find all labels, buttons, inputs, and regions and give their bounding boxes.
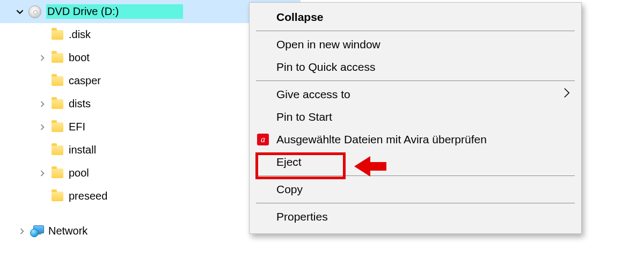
disc-icon <box>28 5 42 19</box>
folder-icon <box>50 28 64 42</box>
menu-item-label: Collapse <box>276 11 570 24</box>
avira-icon: a <box>250 134 276 145</box>
folder-icon <box>50 143 64 157</box>
menu-item-pin-to-start[interactable]: Pin to Start <box>250 106 581 128</box>
tree-item-label: EFI <box>69 121 91 133</box>
tree-item-label: preseed <box>69 190 113 202</box>
folder-icon <box>50 51 64 65</box>
folder-icon <box>50 97 64 111</box>
menu-item-label: Pin to Start <box>276 111 570 123</box>
tree-item-label: casper <box>69 75 106 87</box>
menu-item-copy[interactable]: Copy <box>250 178 581 201</box>
chevron-right-icon <box>563 87 570 102</box>
menu-separator <box>256 31 575 31</box>
menu-item-label: Eject <box>276 156 570 169</box>
menu-separator <box>256 80 575 81</box>
menu-separator <box>256 175 575 176</box>
chevron-right-icon[interactable] <box>38 99 47 109</box>
tree-item-label: install <box>69 144 101 156</box>
menu-item-eject[interactable]: Eject <box>250 151 581 173</box>
menu-item-avira-scan[interactable]: a Ausgewählte Dateien mit Avira überprüf… <box>250 128 581 151</box>
menu-item-properties[interactable]: Properties <box>250 206 581 228</box>
menu-item-collapse[interactable]: Collapse <box>250 6 581 28</box>
tree-item-label: .disk <box>69 28 96 41</box>
menu-separator <box>256 203 575 203</box>
folder-icon <box>50 120 64 134</box>
menu-item-label: Properties <box>276 210 570 223</box>
tree-item-label: boot <box>69 52 95 64</box>
menu-item-open-new-window[interactable]: Open in new window <box>250 33 581 56</box>
chevron-right-icon[interactable] <box>38 122 47 132</box>
menu-item-label: Copy <box>276 183 570 196</box>
network-icon <box>30 224 44 238</box>
folder-icon <box>50 189 64 203</box>
menu-item-label: Pin to Quick access <box>276 61 570 74</box>
menu-item-pin-quick-access[interactable]: Pin to Quick access <box>250 56 581 78</box>
context-menu: Collapse Open in new window Pin to Quick… <box>249 2 582 234</box>
tree-item-label: DVD Drive (D:) <box>46 4 183 19</box>
tree-item-label: pool <box>69 167 94 179</box>
menu-item-give-access-to[interactable]: Give access to <box>250 83 581 106</box>
folder-icon <box>50 166 64 180</box>
chevron-right-icon[interactable] <box>38 169 47 178</box>
tree-item-label: Network <box>48 225 93 237</box>
menu-item-label: Open in new window <box>276 38 570 51</box>
folder-icon <box>50 74 64 88</box>
menu-item-label: Ausgewählte Dateien mit Avira überprüfen <box>276 133 570 146</box>
chevron-right-icon[interactable] <box>38 53 47 63</box>
chevron-right-icon[interactable] <box>17 226 27 236</box>
menu-item-label: Give access to <box>276 88 563 101</box>
tree-item-label: dists <box>69 98 96 110</box>
chevron-down-icon[interactable] <box>15 7 25 17</box>
